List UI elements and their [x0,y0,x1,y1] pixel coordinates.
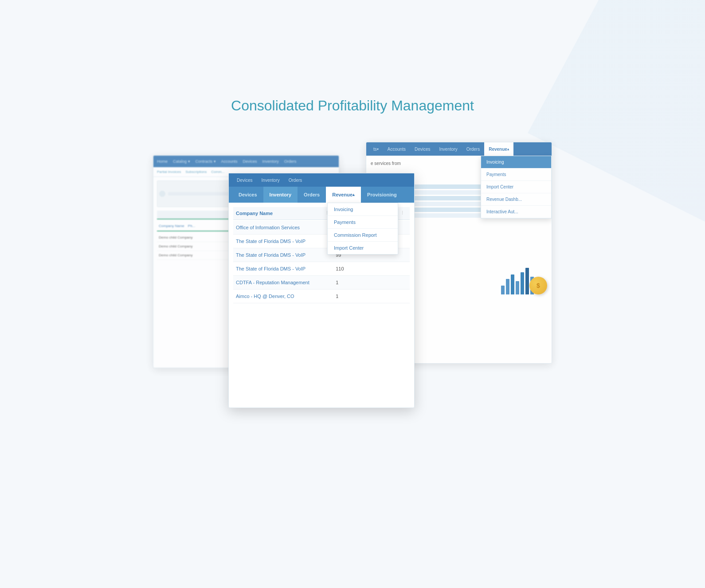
right-nav-orders: Orders [462,142,485,156]
back-nav-devices: Devices [243,159,257,164]
mid-nav-devices: Devices [232,173,257,187]
mid-row-5: CDTFA - Reputation Management 1 [233,276,410,290]
back-nav-home: Home [157,159,168,164]
back-nav-catalog: Catalog ▾ [173,159,190,164]
mid-revenue-dropdown: Invoicing Payments Commission Report Imp… [327,203,398,255]
back-nav: Home Catalog ▾ Contracts ▾ Accounts Devi… [153,156,339,167]
mid-nav-orders: Orders [284,173,307,187]
back-subnav-subscriptions: Subscriptions [185,170,207,174]
mid-nav-inventory: Inventory [257,173,284,187]
right-dropdown-interactive: Interactive Aut... [481,206,551,218]
bar-3 [511,274,514,294]
back-row-3-company: Demo child Company [159,253,192,257]
bar-5 [521,272,524,294]
page-title: Consolidated Profitability Management [231,98,474,114]
mid-subnav-orders: Orders [298,187,326,203]
mid-row-6-order: 1 [336,294,407,299]
mid-row-6-company: Aimco - HQ @ Denver, CO [236,294,336,299]
mid-row-3-company: The State of Florida DMS - VoIP [236,252,336,258]
right-revenue-dropdown: Invoicing Payments Import Center Revenue… [481,156,552,219]
back-col-company: Company Name [159,224,184,228]
back-nav-contracts: Contracts ▾ [196,159,216,164]
mid-row-6: Aimco - HQ @ Denver, CO 1 [233,290,410,303]
right-nav-inventory: Inventory [435,142,462,156]
bar-2 [506,279,509,294]
right-dropdown-import: Import Center [481,181,551,193]
mid-dropdown-commission[interactable]: Commission Report [328,229,398,242]
mid-col-company: Company Name [236,211,322,216]
back-nav-orders: Orders [284,159,297,164]
mid-dropdown-import[interactable]: Import Center [328,242,398,254]
back-subnav-comm: Comm... [211,170,224,174]
chart-coin: $ [529,277,547,294]
right-dropdown-payments: Payments [481,169,551,181]
mid-row-1-company: Office of Information Services [236,225,336,230]
right-nav: ts Accounts Devices Inventory Orders Rev… [366,142,552,156]
right-dropdown-revenue-dash: Revenue Dashb... [481,193,551,206]
chart-bars [501,268,534,294]
bar-6 [525,268,529,294]
mid-dropdown-invoicing[interactable]: Invoicing [328,203,398,216]
back-row-2-company: Demo child Company [159,244,192,248]
mid-subnav-provisioning: Provisioning [361,187,403,203]
mid-subnav: Devices Inventory Orders Revenue Provisi… [229,187,414,203]
mid-subnav-devices: Devices [232,187,263,203]
mid-col-order-icons: ⋮ [400,211,404,216]
mid-row-4-company: The State of Florida DMS - VoIP [236,266,336,271]
screenshot-middle: Devices Inventory Orders Devices Invento… [228,173,415,408]
back-nav-accounts: Accounts [221,159,238,164]
mid-subnav-revenue: Revenue [326,187,361,203]
bar-4 [516,281,519,294]
back-col-phone: Ph... [188,224,195,228]
mid-dropdown-payments[interactable]: Payments [328,216,398,229]
right-nav-ts: ts [369,142,383,156]
background-shape [528,0,705,222]
mid-row-4-order: 110 [336,266,407,271]
back-nav-inventory: Inventory [262,159,279,164]
right-nav-revenue: Revenue [484,142,513,156]
mid-row-5-order: 1 [336,280,407,285]
mid-row-4: The State of Florida DMS - VoIP 110 [233,262,410,276]
mid-row-5-company: CDTFA - Reputation Management [236,280,336,285]
right-nav-accounts: Accounts [383,142,410,156]
right-dropdown-invoicing: Invoicing [481,156,551,169]
right-nav-devices: Devices [410,142,435,156]
mid-subnav-inventory: Inventory [263,187,298,203]
mid-nav: Devices Inventory Orders [229,173,414,187]
back-row-1-company: Demo child Company [159,235,192,239]
bar-1 [501,286,505,294]
back-subnav-partial: Partial Invoices [157,170,181,174]
mid-row-2-company: The State of Florida DMS - VoIP [236,239,336,244]
screenshots-container: Home Catalog ▾ Contracts ▾ Accounts Devi… [153,142,552,430]
